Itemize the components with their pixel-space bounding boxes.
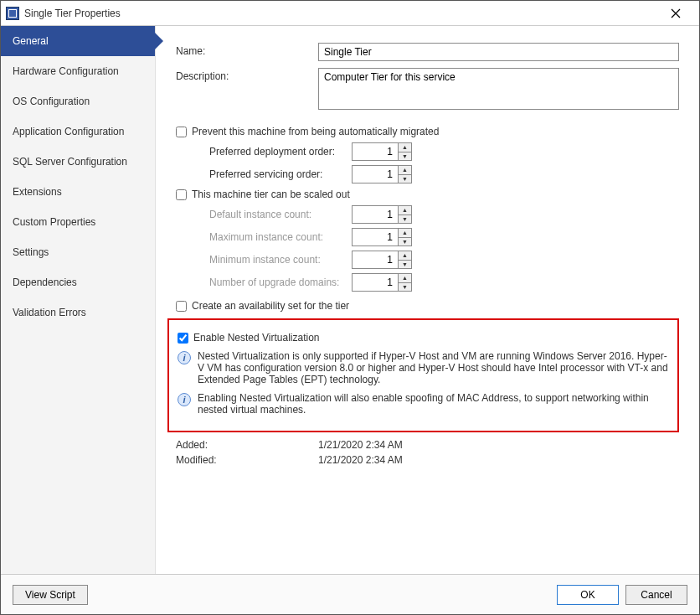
- default-inst-input[interactable]: [353, 206, 398, 223]
- min-inst-spinner[interactable]: ▲▼: [352, 251, 412, 269]
- sidebar-item-sql-config[interactable]: SQL Server Configuration: [1, 147, 155, 177]
- pref-deploy-label: Preferred deployment order:: [209, 146, 352, 158]
- modified-label: Modified:: [176, 454, 318, 466]
- close-icon: [671, 8, 681, 18]
- min-inst-label: Minimum instance count:: [209, 254, 352, 266]
- spinner-up-icon[interactable]: ▲: [399, 206, 411, 215]
- spinner-down-icon[interactable]: ▼: [399, 283, 411, 292]
- ok-button[interactable]: OK: [557, 585, 619, 605]
- nested-virt-label: Enable Nested Virtualization: [193, 332, 320, 344]
- sidebar-item-validation[interactable]: Validation Errors: [1, 297, 155, 328]
- added-value: 1/21/2020 2:34 AM: [318, 439, 403, 451]
- titlebar: Single Tier Properties: [1, 1, 699, 26]
- sidebar-item-general[interactable]: General: [1, 26, 155, 56]
- spinner-down-icon[interactable]: ▼: [399, 238, 411, 246]
- properties-window: Single Tier Properties General Hardware …: [0, 0, 700, 615]
- name-input[interactable]: [318, 43, 679, 61]
- availability-set-checkbox[interactable]: [176, 301, 187, 312]
- max-inst-label: Maximum instance count:: [209, 231, 352, 243]
- close-button[interactable]: [657, 2, 694, 25]
- default-inst-spinner[interactable]: ▲▼: [352, 205, 412, 224]
- sidebar-item-custom-props[interactable]: Custom Properties: [1, 207, 155, 237]
- spinner-up-icon[interactable]: ▲: [399, 251, 411, 261]
- pref-deploy-spinner[interactable]: ▲▼: [352, 142, 412, 161]
- max-inst-spinner[interactable]: ▲▼: [352, 228, 412, 246]
- max-inst-input[interactable]: [353, 229, 398, 245]
- sidebar: General Hardware Configuration OS Config…: [1, 26, 156, 574]
- sidebar-item-dependencies[interactable]: Dependencies: [1, 267, 155, 297]
- pref-deploy-input[interactable]: [353, 143, 398, 160]
- spinner-up-icon[interactable]: ▲: [399, 274, 411, 283]
- spinner-down-icon[interactable]: ▼: [399, 152, 411, 161]
- upgrade-domains-label: Number of upgrade domains:: [209, 276, 352, 288]
- min-inst-input[interactable]: [353, 251, 398, 268]
- nested-virt-info1: Nested Virtualization is only supported …: [198, 350, 669, 385]
- name-label: Name:: [176, 43, 318, 57]
- view-script-button[interactable]: View Script: [13, 585, 88, 605]
- scale-out-label: This machine tier can be scaled out: [192, 189, 350, 200]
- added-label: Added:: [176, 439, 318, 451]
- spinner-down-icon[interactable]: ▼: [399, 215, 411, 224]
- sidebar-item-hardware[interactable]: Hardware Configuration: [1, 56, 155, 86]
- info-icon: i: [178, 393, 191, 406]
- default-inst-label: Default instance count:: [209, 209, 352, 220]
- footer: View Script OK Cancel: [1, 574, 699, 614]
- info-icon: i: [178, 351, 191, 364]
- pref-service-label: Preferred servicing order:: [209, 168, 352, 180]
- spinner-up-icon[interactable]: ▲: [399, 143, 411, 152]
- description-input[interactable]: Computer Tier for this service: [318, 68, 679, 110]
- cancel-button[interactable]: Cancel: [625, 585, 687, 605]
- nested-virt-info2: Enabling Nested Virtualization will also…: [198, 392, 669, 416]
- app-icon: [6, 7, 19, 20]
- pref-service-spinner[interactable]: ▲▼: [352, 165, 412, 183]
- spinner-down-icon[interactable]: ▼: [399, 175, 411, 183]
- prevent-migrate-checkbox[interactable]: [176, 127, 187, 137]
- sidebar-item-settings[interactable]: Settings: [1, 237, 155, 267]
- sidebar-item-app-config[interactable]: Application Configuration: [1, 116, 155, 147]
- scale-out-checkbox[interactable]: [176, 189, 187, 200]
- nested-virt-highlight: Enable Nested Virtualization i Nested Vi…: [167, 318, 679, 432]
- upgrade-domains-input[interactable]: [353, 274, 398, 291]
- window-title: Single Tier Properties: [24, 8, 657, 19]
- sidebar-item-extensions[interactable]: Extensions: [1, 177, 155, 207]
- nested-virt-checkbox[interactable]: [178, 333, 188, 344]
- pref-service-input[interactable]: [353, 166, 398, 183]
- spinner-up-icon[interactable]: ▲: [399, 166, 411, 175]
- prevent-migrate-label: Prevent this machine from being automati…: [192, 126, 439, 137]
- upgrade-domains-spinner[interactable]: ▲▼: [352, 273, 412, 292]
- spinner-up-icon[interactable]: ▲: [399, 229, 411, 238]
- modified-value: 1/21/2020 2:34 AM: [318, 454, 403, 466]
- description-label: Description:: [176, 68, 318, 82]
- spinner-down-icon[interactable]: ▼: [399, 261, 411, 269]
- availability-set-label: Create an availability set for the tier: [192, 300, 349, 312]
- main-panel: Name: Description: Computer Tier for thi…: [156, 26, 699, 574]
- body: General Hardware Configuration OS Config…: [1, 26, 699, 574]
- sidebar-item-os[interactable]: OS Configuration: [1, 86, 155, 116]
